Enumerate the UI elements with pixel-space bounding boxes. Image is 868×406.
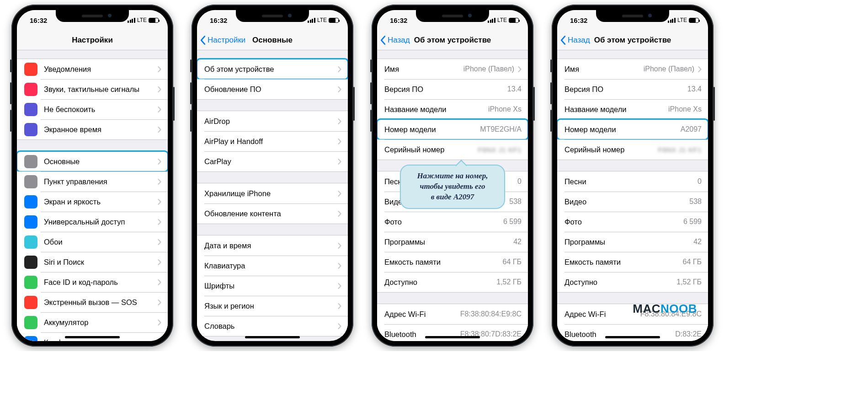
row-label: Шрифты [204,282,334,290]
settings-row[interactable]: Обновление контента [197,203,348,224]
info-row[interactable]: BluetoothF8:38:80:7D:83:2E [377,324,528,341]
settings-row[interactable]: Face ID и код-пароль [17,272,168,292]
settings-row[interactable]: Пункт управления [17,171,168,192]
about-list[interactable]: ИмяiPhone (Павел) Версия ПО13.4 Название… [557,50,708,341]
info-row[interactable]: Серийный номерF6NX J1 KF1 [557,139,708,160]
row-value: 64 ГБ [683,258,702,266]
info-row[interactable]: Программы42 [377,232,528,252]
phone-1: 16:32 LTE Настройки Уведомления Звуки, т… [11,5,173,347]
home-indicator[interactable] [425,336,480,338]
info-row[interactable]: ИмяiPhone (Павел) [377,59,528,79]
info-row[interactable]: Доступно1,52 ГБ [377,272,528,292]
row-label: Версия ПО [564,85,687,94]
nav-title: Настройки [17,36,168,45]
status-carrier: LTE [317,17,327,23]
chevron-right-icon [158,340,161,342]
row-value: 6 599 [503,218,522,226]
row-value: iPhone (Павел) [644,65,694,73]
settings-row[interactable]: Экранное время [17,119,168,139]
chevron-right-icon [158,179,161,185]
info-row[interactable]: Фото6 599 [377,212,528,232]
info-row[interactable]: Серийный номерF6NX J1 KF1 [377,139,528,160]
settings-row[interactable]: Не беспокоить [17,99,168,119]
row-icon [24,63,37,76]
settings-row[interactable]: Клавиатура [197,256,348,276]
settings-row[interactable]: Основные [17,151,168,171]
settings-row[interactable]: Siri и Поиск [17,252,168,272]
info-row[interactable]: Версия ПО13.4 [557,79,708,99]
home-indicator[interactable] [605,336,660,338]
row-label: Серийный номер [384,145,478,154]
settings-row[interactable]: CarPlay [197,151,348,171]
info-row[interactable]: Адрес Wi-FiF8:38:80:84:E9:8C [377,304,528,324]
row-label: Универсальный доступ [44,218,154,226]
settings-row[interactable]: Дата и время [197,235,348,256]
info-row[interactable]: Видео538 [557,192,708,212]
info-row[interactable]: Фото6 599 [557,212,708,232]
info-row[interactable]: BluetoothD:83:2E [557,324,708,341]
settings-row[interactable]: AirPlay и Handoff [197,131,348,151]
back-button[interactable]: Настройки [197,35,245,45]
battery-icon [329,18,339,23]
settings-row[interactable]: Словарь [197,316,348,336]
info-row[interactable]: Номер моделиMT9E2GH/A [377,119,528,139]
settings-list[interactable]: Уведомления Звуки, тактильные сигналы Не… [17,50,168,341]
watermark: MACNOOB [633,302,697,316]
info-row[interactable]: Название моделиiPhone Xs [377,99,528,119]
settings-row[interactable]: Экстренный вызов — SOS [17,292,168,312]
hint-tooltip: Нажмите на номер,чтобы увидеть егов виде… [400,165,505,209]
row-group: Дата и время Клавиатура Шрифты Язык и ре… [197,235,348,337]
row-label: Siri и Поиск [44,258,154,267]
row-label: Доступно [384,278,496,287]
battery-icon [149,18,159,23]
row-group: AirDrop AirPlay и Handoff CarPlay [197,111,348,172]
chevron-right-icon [158,219,161,225]
row-icon [24,195,37,208]
settings-row[interactable]: Экран и яркость [17,192,168,212]
info-row[interactable]: Доступно1,52 ГБ [557,272,708,292]
settings-row[interactable]: Об этом устройстве [197,59,348,79]
info-row[interactable]: Название моделиiPhone Xs [557,99,708,119]
status-carrier: LTE [137,17,147,23]
nav-bar: Назад Об этом устройстве [377,30,528,50]
info-row[interactable]: Песни0 [557,171,708,192]
row-value: MT9E2GH/A [480,125,522,134]
back-button[interactable]: Назад [377,35,410,45]
row-label: Обои [44,238,154,246]
row-value: 538 [509,198,522,206]
chevron-right-icon [338,243,341,249]
info-row[interactable]: Программы42 [557,232,708,252]
settings-row[interactable]: Универсальный доступ [17,212,168,232]
settings-row[interactable]: Обои [17,232,168,252]
info-row[interactable]: Версия ПО13.4 [377,79,528,99]
settings-row[interactable]: AirDrop [197,111,348,131]
row-label: Адрес Wi-Fi [564,310,640,319]
row-label: Доступно [564,278,676,287]
settings-row[interactable]: Звуки, тактильные сигналы [17,79,168,99]
status-time: 16:32 [30,16,47,24]
info-row[interactable]: Номер моделиA2097 [557,119,708,139]
settings-row[interactable]: Язык и регион [197,296,348,316]
settings-row[interactable]: Уведомления [17,59,168,79]
notch [416,10,489,22]
row-group: ИмяiPhone (Павел) Версия ПО13.4 Название… [377,59,528,160]
row-label: Фото [564,218,683,226]
settings-row[interactable]: Аккумулятор [17,312,168,332]
settings-row[interactable]: Хранилище iPhone [197,183,348,203]
settings-row[interactable]: Шрифты [197,276,348,296]
row-value: 0 [698,177,702,186]
row-label: Face ID и код-пароль [44,278,154,287]
signal-icon [128,18,135,23]
chevron-right-icon [518,66,522,72]
row-group: Уведомления Звуки, тактильные сигналы Не… [17,59,168,140]
settings-row[interactable]: Обновление ПО [197,79,348,99]
chevron-right-icon [158,107,161,112]
home-indicator[interactable] [245,336,300,338]
home-indicator[interactable] [65,336,120,338]
info-row[interactable]: ИмяiPhone (Павел) [557,59,708,79]
row-label: Имя [384,65,463,74]
back-button[interactable]: Назад [557,35,590,45]
general-list[interactable]: Об этом устройстве Обновление ПО AirDrop… [197,50,348,341]
info-row[interactable]: Емкость памяти64 ГБ [377,252,528,272]
info-row[interactable]: Емкость памяти64 ГБ [557,252,708,272]
